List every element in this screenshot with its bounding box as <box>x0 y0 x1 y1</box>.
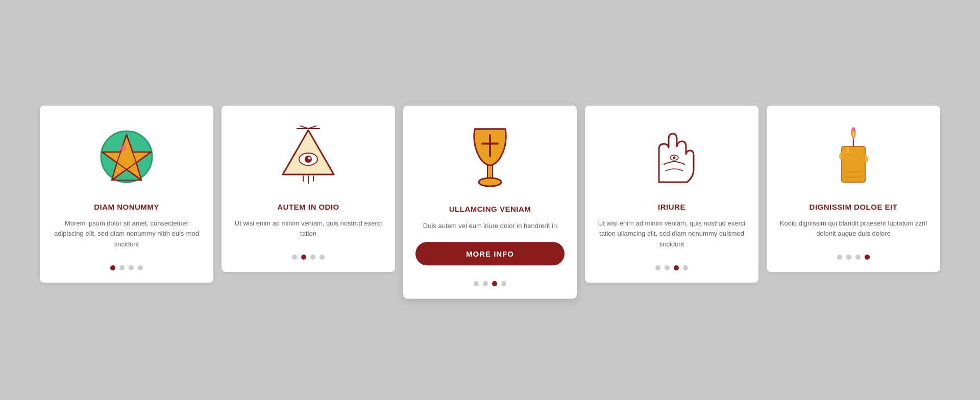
card-4-icon <box>646 121 697 192</box>
dot <box>674 265 679 270</box>
card-4-dots <box>655 260 688 270</box>
card-1: DIAM NONUMMY Morem ipsum dolor sit amet,… <box>40 106 213 283</box>
card-5: DIGNISSIM DOLOE EIT Kodio dignissim qui … <box>767 106 940 272</box>
svg-point-24 <box>673 156 676 159</box>
card-3-title: ULLAMCING VENIAM <box>449 204 531 213</box>
dot <box>492 281 497 286</box>
card-2-text: Ut wisi enim ad minim veniam, quis nostr… <box>234 218 383 240</box>
dot <box>501 281 506 286</box>
card-2-icon <box>278 121 339 192</box>
svg-point-20 <box>479 178 501 186</box>
dot <box>837 255 842 260</box>
card-4-text: Ut wisi enim ad minim veniam, quis nostr… <box>597 218 746 250</box>
dot <box>110 265 115 270</box>
dot <box>320 255 325 260</box>
dot <box>665 265 670 270</box>
svg-point-11 <box>308 157 311 159</box>
dot <box>292 255 297 260</box>
cards-container: DIAM NONUMMY Morem ipsum dolor sit amet,… <box>31 106 949 295</box>
dot <box>301 255 306 260</box>
dot <box>129 265 134 270</box>
card-1-title: DIAM NONUMMY <box>94 203 159 211</box>
card-2: AUTEM IN ODIO Ut wisi enim ad minim veni… <box>222 106 395 272</box>
card-1-icon <box>99 121 155 192</box>
dot <box>855 255 861 260</box>
card-1-text: Morem ipsum dolor sit amet, consectetuer… <box>52 218 201 250</box>
dot <box>138 265 143 270</box>
svg-point-7 <box>118 145 127 151</box>
dot <box>865 255 870 260</box>
card-1-dots <box>110 260 143 270</box>
card-3: ULLAMCING VENIAM Duis autem vel eum iriu… <box>403 106 577 298</box>
dot <box>683 265 688 270</box>
svg-marker-8 <box>283 130 334 174</box>
card-3-text: Duis autem vel eum iriure dolor in hendr… <box>423 220 557 231</box>
card-4-title: IRIURE <box>658 203 685 211</box>
card-2-dots <box>292 249 325 260</box>
more-info-button[interactable]: MORE INFO <box>415 242 565 265</box>
dot <box>655 265 660 270</box>
dot <box>474 281 479 286</box>
card-3-dots <box>474 276 506 286</box>
dot <box>310 255 315 260</box>
card-5-icon <box>830 121 876 192</box>
dot <box>846 255 851 260</box>
card-2-title: AUTEM IN ODIO <box>277 203 339 211</box>
dot <box>119 265 125 270</box>
dot <box>483 281 488 286</box>
card-5-text: Kodio dignissim qui blandit praesent lup… <box>779 218 928 240</box>
card-4: IRIURE Ut wisi enim ad minim veniam, qui… <box>585 106 758 283</box>
card-3-icon <box>464 121 516 194</box>
card-5-title: DIGNISSIM DOLOE EIT <box>810 203 898 211</box>
card-5-dots <box>837 249 870 260</box>
svg-point-10 <box>305 156 312 163</box>
